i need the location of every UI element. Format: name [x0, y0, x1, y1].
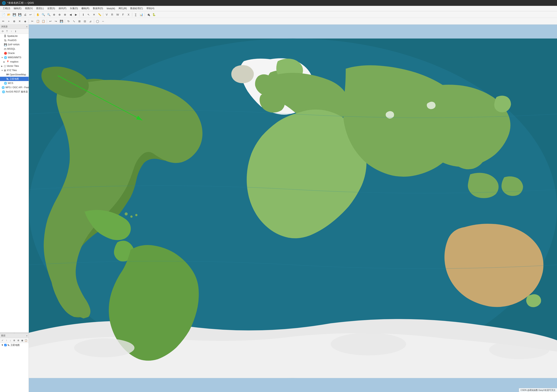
- node-tool-btn[interactable]: ◈: [23, 19, 28, 24]
- layer-remove-btn[interactable]: ⊗: [16, 338, 20, 342]
- browser-item-postgis[interactable]: 🐘PostGIS: [0, 38, 29, 42]
- delete-feature-btn[interactable]: ✕: [17, 19, 22, 24]
- add-wfs-btn[interactable]: F: [121, 12, 126, 17]
- menu-item-layer[interactable]: 图层(L): [35, 6, 45, 10]
- layer-filter-btn[interactable]: 📋: [24, 338, 28, 342]
- open-project-btn[interactable]: 📂: [6, 12, 11, 17]
- layer-check-btn[interactable]: ✓: [1, 338, 4, 342]
- xyz_tiles-icon: ⊞: [4, 69, 6, 72]
- copy-btn[interactable]: 📋: [35, 19, 40, 24]
- layer-checkbox-satellite_layer[interactable]: [4, 344, 7, 346]
- browser-tree[interactable]: 🗄SpatiaLite 🐘PostGIS 💾SAP HANA 🗃MSSQL 🔴O…: [0, 34, 29, 332]
- browser-item-satellite[interactable]: 🛰卫星地图: [0, 77, 29, 81]
- add-vector-btn[interactable]: V: [104, 12, 109, 17]
- browser-refresh-btn[interactable]: ⟳: [1, 29, 5, 33]
- buffer-btn[interactable]: ◯: [95, 19, 100, 24]
- wms_wmts-icon: 🌐: [4, 56, 7, 59]
- browser-item-openstreetmap[interactable]: 🗺OpenStreetMap: [0, 73, 29, 77]
- paste-btn[interactable]: 📋: [41, 19, 46, 24]
- python-btn[interactable]: 🐍: [151, 12, 156, 17]
- menu-item-raster[interactable]: 栅格(R): [80, 6, 91, 10]
- layer-group-btn[interactable]: ◉: [20, 338, 24, 342]
- undo-edit-btn[interactable]: ↩: [48, 19, 53, 24]
- main-layout: 浏览器 × ⟳ T ↑ ℹ 🗄SpatiaLite 🐘PostGIS 💾SAP …: [0, 24, 557, 392]
- zoom-layer-btn[interactable]: ⊕: [57, 12, 62, 17]
- select-btn[interactable]: ↖: [86, 12, 91, 17]
- menu-item-mesh[interactable]: 网孔(M): [117, 6, 128, 10]
- menu-item-plugins[interactable]: 插件(P): [57, 6, 68, 10]
- browser-item-arcgis_rest[interactable]: 🌐ArcGIS REST 服务器: [0, 90, 29, 94]
- add-xyz-btn[interactable]: X: [126, 12, 131, 17]
- zoom-next-btn[interactable]: ▶: [74, 12, 79, 17]
- plugins-btn[interactable]: 🔌: [146, 12, 151, 17]
- browser-item-wms_wmts[interactable]: ▼🌐WMS/WMTS: [0, 55, 29, 60]
- rotate-btn[interactable]: ↻: [66, 19, 71, 24]
- scale-btn[interactable]: ⤡: [72, 19, 76, 24]
- menu-item-database[interactable]: 数据库(D): [91, 6, 105, 10]
- menu-item-web[interactable]: Web(W): [105, 7, 117, 10]
- identify-btn[interactable]: ℹ: [81, 12, 86, 17]
- browser-item-vector_tiles[interactable]: ▶⬡Vector Tiles: [0, 64, 29, 68]
- add-wms-btn[interactable]: W: [115, 12, 120, 17]
- pan-btn[interactable]: ✋: [35, 12, 40, 17]
- browser-item-spatialite[interactable]: 🗄SpatiaLite: [0, 34, 29, 38]
- map-area[interactable]: CSDN @易知如数 EasyV欢迎可关注: [29, 24, 557, 392]
- browser-item-mapbox[interactable]: ▶📍mapbox: [0, 60, 29, 64]
- measure-btn[interactable]: 📏: [97, 12, 102, 17]
- move-feature-btn[interactable]: ⊕: [12, 19, 17, 24]
- add-raster-btn[interactable]: R: [110, 12, 115, 17]
- layers-toolbar: ✓ ↑ ↓ ⊕ ⊗ ◉ 📋: [0, 338, 29, 343]
- browser-item-saphana[interactable]: 💾SAP HANA: [0, 42, 29, 47]
- browser-item-wcs[interactable]: 🌐WCS: [0, 81, 29, 85]
- menu-item-processing[interactable]: 数据处理(C): [129, 6, 145, 10]
- new-project-btn[interactable]: 📄: [1, 12, 6, 17]
- edit-toggle-btn[interactable]: ✏: [1, 19, 6, 24]
- add-feature-btn[interactable]: +: [6, 19, 11, 24]
- zoom-in-btn[interactable]: 🔍: [41, 12, 46, 17]
- layer-add-btn[interactable]: ⊕: [12, 338, 16, 342]
- deselect-btn[interactable]: ✕: [91, 12, 97, 17]
- zoom-prev-btn[interactable]: ◀: [68, 12, 73, 17]
- cut-btn[interactable]: ✂: [30, 19, 35, 24]
- zoom-selection-btn[interactable]: ⊕: [63, 12, 68, 17]
- print-btn[interactable]: 🖨: [23, 12, 28, 17]
- layers-panel-header: 图层 ×: [0, 334, 29, 338]
- browser-panel-close[interactable]: ×: [26, 25, 27, 28]
- layer-down-btn[interactable]: ↓: [8, 338, 12, 342]
- browser-item-xyz_tiles[interactable]: ▼⊞XYZ Tiles: [0, 68, 29, 73]
- menu-item-help[interactable]: 帮助(H): [145, 6, 156, 10]
- redo-edit-btn[interactable]: ↪: [53, 19, 58, 24]
- browser-item-wfs_ogc[interactable]: 🌐WFS / OGC API - Featu...: [0, 85, 29, 90]
- menu-item-project[interactable]: 工程(J): [1, 6, 12, 10]
- field-calc-btn[interactable]: ∑: [133, 12, 138, 17]
- browser-panel-header: 浏览器 ×: [0, 24, 29, 29]
- menu-item-settings[interactable]: 设置(S): [46, 6, 57, 10]
- offset-btn[interactable]: ↔: [100, 19, 106, 24]
- menu-item-view[interactable]: 视图(V): [23, 6, 34, 10]
- sep4: [132, 13, 132, 16]
- stats-btn[interactable]: 📊: [139, 12, 144, 17]
- save-as-btn[interactable]: 💾: [17, 12, 22, 17]
- menu-item-vector[interactable]: 矢量(O): [68, 6, 80, 10]
- reshape-btn[interactable]: ⊿: [88, 19, 93, 24]
- layer-up-btn[interactable]: ↑: [5, 338, 8, 342]
- browser-item-oracle[interactable]: 🔴Oracle: [0, 51, 29, 55]
- zoom-out-btn[interactable]: 🔍: [46, 12, 51, 17]
- postgis-icon: 🐘: [4, 39, 7, 42]
- save-project-btn[interactable]: 💾: [12, 12, 17, 17]
- browser-collapse-btn[interactable]: ↑: [9, 29, 13, 33]
- layers-panel-close[interactable]: ×: [26, 335, 27, 337]
- mapbox-icon: 📍: [6, 60, 9, 63]
- undo-btn[interactable]: ↩: [28, 12, 33, 17]
- merge-btn[interactable]: ⊞: [77, 19, 82, 24]
- browser-filter-btn[interactable]: T: [5, 29, 9, 33]
- zoom-full-btn[interactable]: ⊕: [52, 12, 57, 17]
- browser-item-mssql[interactable]: 🗃MSSQL: [0, 47, 29, 51]
- mssql-label: MSSQL: [7, 48, 15, 50]
- save-edit-btn[interactable]: 💾: [59, 19, 64, 24]
- status-bar: CSDN @易知如数 EasyV欢迎可关注: [519, 388, 557, 392]
- menu-item-edit[interactable]: 编辑(E): [12, 6, 23, 10]
- layer-item-satellite_layer[interactable]: ▼🛰卫星地图: [0, 343, 29, 347]
- browser-info-btn[interactable]: ℹ: [14, 29, 17, 33]
- split-btn[interactable]: ⊟: [82, 19, 87, 24]
